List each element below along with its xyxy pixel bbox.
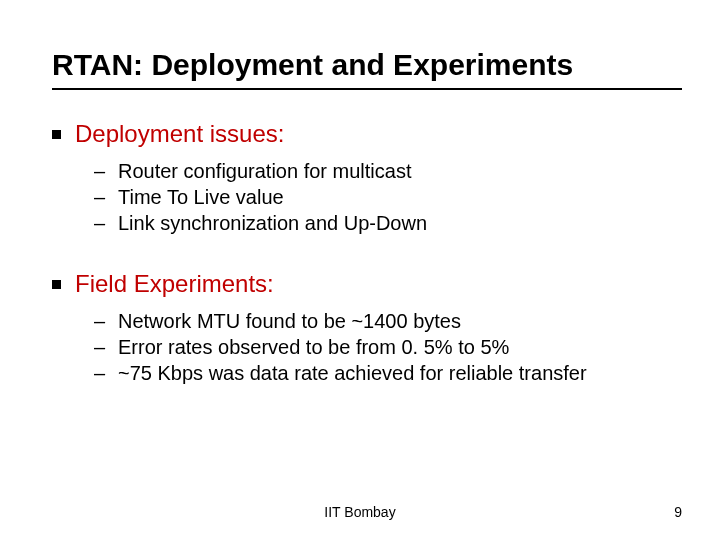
dash-bullet-icon: – [94,184,118,210]
list-item-text: Time To Live value [118,184,284,210]
list-item: – Network MTU found to be ~1400 bytes [94,308,682,334]
section-heading-text: Deployment issues: [75,120,284,148]
section-heading: Field Experiments: [52,270,682,298]
page-number: 9 [674,504,682,520]
section-heading-text: Field Experiments: [75,270,274,298]
list-item-text: Network MTU found to be ~1400 bytes [118,308,461,334]
slide-title: RTAN: Deployment and Experiments [52,48,682,82]
list-item: – Time To Live value [94,184,682,210]
square-bullet-icon [52,130,61,139]
list-item: – ~75 Kbps was data rate achieved for re… [94,360,682,386]
list-item-text: Error rates observed to be from 0. 5% to… [118,334,509,360]
dash-bullet-icon: – [94,360,118,386]
dash-bullet-icon: – [94,334,118,360]
section-deployment: Deployment issues: – Router configuratio… [52,120,682,236]
footer-text: IIT Bombay [0,504,720,520]
dash-bullet-icon: – [94,308,118,334]
list-item: – Router configuration for multicast [94,158,682,184]
section-heading: Deployment issues: [52,120,682,148]
section-sublist: – Router configuration for multicast – T… [94,158,682,236]
list-item-text: ~75 Kbps was data rate achieved for reli… [118,360,587,386]
square-bullet-icon [52,280,61,289]
list-item-text: Link synchronization and Up-Down [118,210,427,236]
list-item-text: Router configuration for multicast [118,158,411,184]
list-item: – Error rates observed to be from 0. 5% … [94,334,682,360]
title-divider [52,88,682,90]
dash-bullet-icon: – [94,210,118,236]
section-sublist: – Network MTU found to be ~1400 bytes – … [94,308,682,386]
section-experiments: Field Experiments: – Network MTU found t… [52,270,682,386]
list-item: – Link synchronization and Up-Down [94,210,682,236]
dash-bullet-icon: – [94,158,118,184]
